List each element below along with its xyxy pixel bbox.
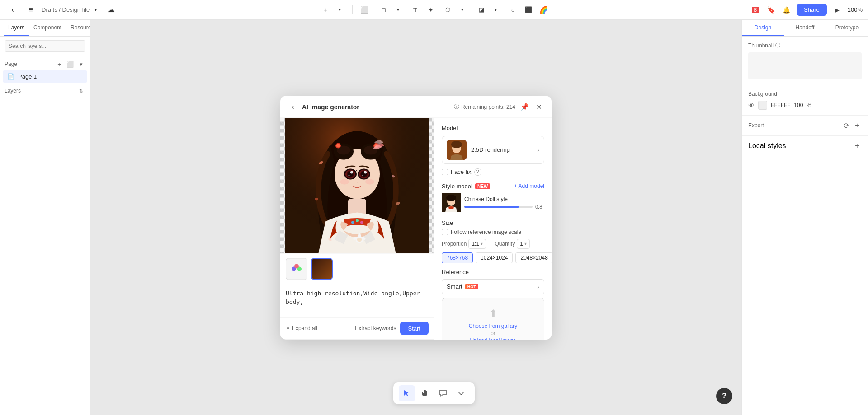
crop-button[interactable]: ⬛ [522, 3, 535, 17]
expand-icon: ✦ [286, 325, 290, 331]
cloud-sync-button[interactable]: ☁ [104, 3, 118, 17]
page-menu-button[interactable]: ▾ [76, 60, 85, 69]
resolution-row: 768×768 1024×1024 2048×2048 [442, 252, 544, 263]
add-page-button[interactable]: + [55, 60, 64, 69]
background-section: Background 👁 EFEFEF 100 % [742, 85, 868, 116]
smart-row[interactable]: Smart HOT › [442, 279, 544, 294]
thumbnail-label: Thumbnail [748, 42, 774, 49]
layers-options-button[interactable]: ⇅ [76, 86, 85, 95]
eye-icon[interactable]: 👁 [748, 102, 755, 109]
face-fix-checkbox[interactable] [442, 168, 448, 175]
magic-button[interactable]: 🌈 [537, 3, 551, 17]
page-1-label: Page 1 [18, 73, 37, 80]
res-768-button[interactable]: 768×768 [442, 252, 473, 263]
mask-dropdown[interactable]: ▾ [489, 3, 503, 17]
anime-character-svg [285, 118, 429, 253]
play-button[interactable]: ▶ [830, 3, 844, 17]
frame-tool-group: ⬜ [356, 3, 373, 17]
separator-1 [352, 5, 353, 14]
style-content: Chinese Doll style 0.8 [464, 196, 544, 209]
expand-tool-button[interactable] [453, 385, 469, 401]
local-styles-add-button[interactable]: + [853, 141, 862, 150]
upload-local-button[interactable]: Upload local image [451, 337, 535, 339]
add-dropdown[interactable]: ▾ [333, 3, 347, 17]
hand-tool-button[interactable] [417, 385, 433, 401]
hot-badge: HOT [465, 284, 478, 289]
breadcrumb-drafts[interactable]: Drafts / Design file [42, 6, 90, 13]
proportion-arrow: ▾ [481, 241, 483, 246]
quantity-label: Quantity [495, 240, 515, 247]
style-slider[interactable] [464, 205, 533, 207]
text-button[interactable]: T [409, 3, 422, 17]
close-button[interactable]: ✕ [533, 101, 544, 112]
expand-all-button[interactable]: ✦ Expand all [286, 325, 317, 331]
thumbnail-1[interactable] [311, 258, 333, 280]
canvas-area: ‹ AI image generator ⓘ Remaining points:… [90, 20, 741, 415]
add-button[interactable]: + [319, 3, 332, 17]
svg-point-41 [360, 221, 363, 224]
tab-layers[interactable]: Layers [4, 20, 29, 36]
component-button[interactable]: ⬡ [441, 3, 455, 17]
hamburger-button[interactable]: ≡ [24, 3, 38, 17]
component-dropdown[interactable]: ▾ [456, 3, 469, 17]
bookmark-button[interactable]: 🔖 [764, 3, 778, 17]
page-1-item[interactable]: 📄 Page 1 [3, 70, 87, 83]
export-add-button[interactable]: + [853, 121, 862, 130]
ai-back-button[interactable]: ‹ [288, 101, 298, 112]
face-fix-label: Face fix [451, 168, 472, 175]
help-button[interactable]: ? [716, 388, 732, 404]
pin-button[interactable]: 📌 [519, 101, 530, 112]
add-model-button[interactable]: + Add model [514, 183, 544, 189]
export-refresh-button[interactable]: ⟳ [842, 121, 851, 130]
res-1024-button[interactable]: 1024×1024 [476, 252, 513, 263]
bell-button[interactable]: 🔔 [779, 3, 793, 17]
shape-button[interactable]: ◻ [377, 3, 391, 17]
ai-logo-thumb[interactable] [286, 258, 307, 280]
search-layers-input[interactable] [5, 40, 85, 52]
user-b-button[interactable]: 🅱 [749, 3, 762, 17]
tab-handoff[interactable]: Handoff [784, 20, 826, 36]
tab-component[interactable]: Component [29, 20, 66, 36]
shape-dropdown[interactable]: ▾ [392, 3, 405, 17]
model-card[interactable]: 2.5D rendering › [442, 135, 544, 163]
tab-design[interactable]: Design [742, 20, 784, 36]
comment-tool-button[interactable] [435, 385, 451, 401]
style-model-section: Style model NEW + Add model [442, 182, 544, 212]
res-2048-button[interactable]: 2048×2048 [515, 252, 552, 263]
page-section-header: Page + ⬜ ▾ [0, 56, 90, 70]
back-button[interactable]: ‹ [5, 3, 20, 17]
model-section: Model 2.5D rendering › [442, 124, 544, 175]
new-badge: NEW [475, 183, 490, 189]
extract-keywords-button[interactable]: Extract keywords [355, 325, 396, 331]
choose-gallery-button[interactable]: Choose from gallary [451, 322, 535, 329]
circle-button[interactable]: ○ [506, 3, 520, 17]
remaining-value: 214 [506, 103, 515, 110]
follow-scale-checkbox[interactable] [442, 228, 448, 235]
tab-prototype[interactable]: Prototype [826, 20, 868, 36]
quantity-value: 1 [520, 240, 523, 247]
bg-percent: % [807, 102, 811, 108]
mask-button[interactable]: ◪ [475, 3, 488, 17]
face-fix-help[interactable]: ? [474, 168, 481, 175]
follow-scale-row: Follow reference image scale [442, 228, 544, 235]
layers-section: Layers ⇅ [0, 86, 90, 101]
prompt-textarea[interactable]: Ultra-high resolution,Wide angle,Upper b… [286, 289, 429, 316]
zoom-level: 100% [848, 6, 863, 13]
file-dropdown[interactable]: ▾ [91, 5, 100, 14]
bg-color-swatch[interactable] [758, 101, 767, 110]
frame-button[interactable]: ⬜ [358, 3, 372, 17]
background-row: 👁 EFEFEF 100 % [748, 101, 862, 110]
image-thumbnails [280, 253, 434, 284]
page-section-actions: + ⬜ ▾ [55, 60, 85, 69]
page-view-button[interactable]: ⬜ [66, 60, 75, 69]
style-value: 0.8 [535, 204, 544, 209]
proportion-select[interactable]: 1:1 ▾ [468, 238, 486, 248]
quantity-select[interactable]: 1 ▾ [517, 238, 530, 248]
pen-button[interactable]: ✦ [424, 3, 438, 17]
svg-point-47 [451, 140, 462, 148]
share-button[interactable]: Share [797, 4, 827, 16]
cursor-tool-button[interactable] [399, 385, 415, 401]
svg-point-30 [364, 171, 367, 174]
ai-modal-title: AI image generator [302, 103, 359, 110]
start-button[interactable]: Start [400, 322, 429, 335]
